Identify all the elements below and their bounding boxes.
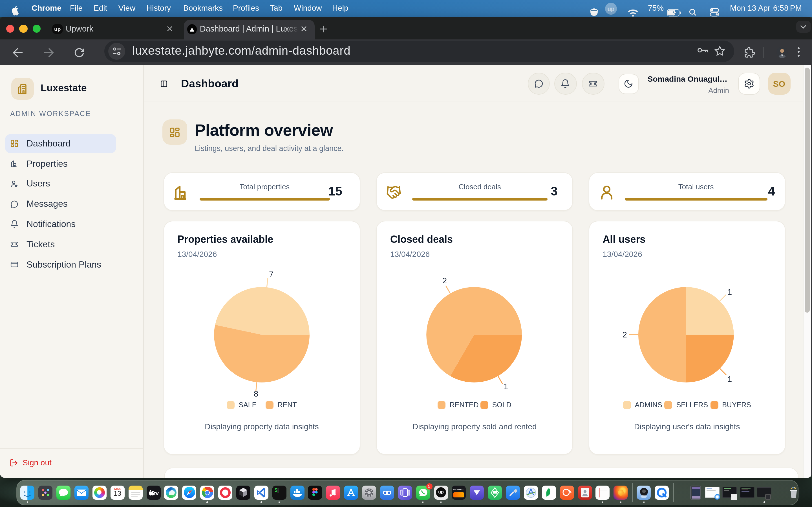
svg-text:1: 1 — [727, 375, 732, 384]
svg-text:2: 2 — [622, 330, 627, 339]
svg-text:1: 1 — [727, 287, 732, 296]
svg-text:1: 1 — [504, 382, 508, 391]
svg-text:7: 7 — [269, 270, 273, 279]
svg-text:2: 2 — [442, 276, 447, 285]
svg-text:tv: tv — [154, 490, 158, 496]
svg-text:8: 8 — [254, 389, 258, 398]
